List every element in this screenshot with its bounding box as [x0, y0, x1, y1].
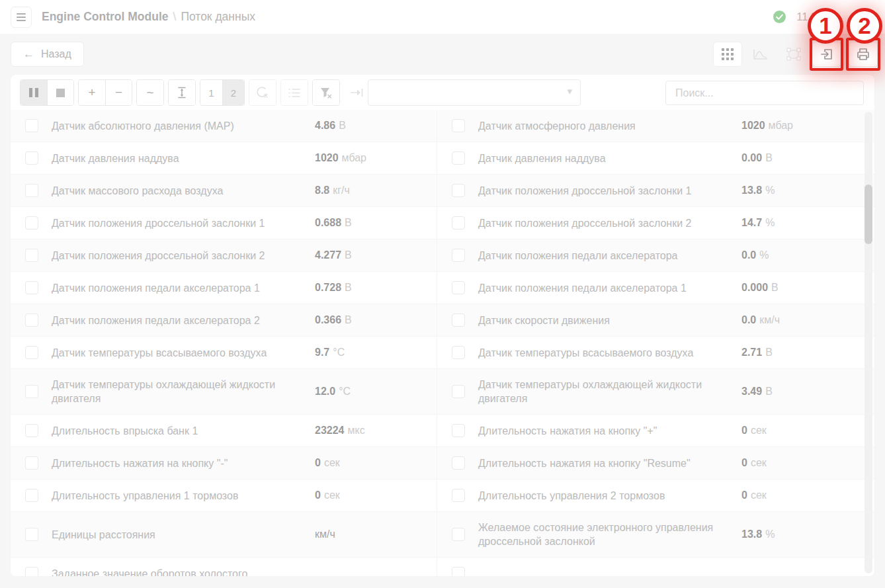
parameter-name: Датчик положения педали акселератора 1: [478, 281, 741, 295]
row-checkbox[interactable]: [452, 216, 465, 230]
parameter-value: 0сек: [741, 489, 857, 501]
row-checkbox[interactable]: [25, 281, 38, 294]
parameter-name: Длительность впрыска банк 1: [52, 424, 315, 438]
select-list-button[interactable]: [281, 80, 308, 105]
parameter-value: км/ч: [315, 528, 431, 540]
jump-to-end-button[interactable]: [344, 79, 370, 106]
reset-group: [249, 79, 276, 106]
row-checkbox[interactable]: [25, 346, 38, 359]
parameter-value: 4.86В: [315, 120, 431, 132]
parameter-name: Датчик положения педали акселератора: [478, 249, 741, 263]
scale-group: [168, 79, 196, 106]
parameter-value: 0.000В: [741, 282, 857, 294]
parameter-cell: Датчик положения дроссельной заслонки 10…: [11, 207, 437, 239]
filter-icon: [320, 87, 332, 99]
row-checkbox[interactable]: [452, 119, 465, 132]
row-checkbox[interactable]: [452, 281, 465, 294]
filter-clear-button[interactable]: [313, 80, 339, 105]
row-checkbox[interactable]: [452, 249, 465, 262]
table-row: Датчик температуры всасываемого воздуха9…: [11, 337, 874, 369]
row-checkbox[interactable]: [25, 216, 38, 230]
annotation-badge-1: 1: [808, 8, 843, 44]
row-checkbox[interactable]: [452, 528, 465, 541]
selection-frame-icon: [786, 48, 801, 61]
parameter-unit: В: [345, 282, 352, 293]
zoom-in-button[interactable]: +: [79, 80, 105, 105]
row-checkbox[interactable]: [452, 456, 465, 470]
parameter-unit: В: [345, 249, 352, 261]
parameter-cell: Датчик положения дроссельной заслонки 21…: [437, 207, 864, 239]
table-row: Датчик массового расхода воздуха8.8кг/чД…: [11, 175, 874, 207]
parameter-name: Датчик скорости движения: [478, 314, 741, 327]
parameter-value: 0.366В: [315, 314, 431, 326]
table-row: Датчик положения педали акселератора 20.…: [11, 304, 874, 337]
parameter-unit: В: [345, 217, 352, 228]
parameter-name: Длительность управления 1 тормозов: [52, 489, 315, 503]
row-checkbox[interactable]: [25, 385, 38, 398]
parameter-name: Датчик давления наддува: [52, 151, 315, 165]
search-input[interactable]: [665, 81, 864, 105]
pause-button[interactable]: [21, 80, 47, 105]
parameter-unit: сек: [751, 489, 767, 501]
row-checkbox[interactable]: [452, 314, 465, 327]
stop-icon: [56, 89, 65, 97]
row-checkbox[interactable]: [25, 184, 38, 197]
two-columns-button[interactable]: 2: [222, 80, 244, 105]
parameter-value: 0сек: [315, 489, 431, 501]
hamburger-menu-button[interactable]: [11, 7, 32, 28]
table-row: Датчик абсолютного давления (MAP)4.86ВДа…: [11, 110, 874, 142]
row-checkbox[interactable]: [25, 119, 38, 132]
row-checkbox[interactable]: [25, 456, 38, 470]
parameter-name: Единицы расстояния: [52, 528, 315, 542]
group-select-dropdown[interactable]: ▾: [368, 79, 581, 106]
row-checkbox[interactable]: [452, 346, 465, 359]
row-checkbox[interactable]: [25, 314, 38, 327]
zoom-out-button[interactable]: −: [105, 80, 132, 105]
parameter-cell: Датчик температуры охлаждающей жидкости …: [11, 369, 437, 414]
one-column-button[interactable]: 1: [200, 80, 222, 105]
parameter-unit: В: [765, 347, 773, 358]
parameter-cell: Датчик положения педали акселератора 10.…: [11, 272, 437, 304]
parameter-cell: Длительность управления 2 тормозов0сек: [437, 480, 864, 511]
annotation-badge-2: 2: [847, 8, 882, 44]
module-title: Engine Control Module: [42, 10, 169, 24]
back-button[interactable]: ← Назад: [11, 42, 84, 67]
table-row: Датчик давления наддува1020мбарДатчик да…: [11, 142, 874, 175]
scrollbar-track[interactable]: [864, 112, 872, 573]
parameter-value: 0.0%: [741, 249, 857, 261]
row-checkbox[interactable]: [452, 184, 465, 197]
row-checkbox[interactable]: [25, 424, 38, 437]
row-checkbox[interactable]: [452, 151, 465, 165]
screenshot-select-button[interactable]: [779, 42, 808, 67]
parameter-unit: мкс: [348, 425, 365, 436]
parameter-cell: Датчик положения дроссельной заслонки 11…: [437, 175, 864, 206]
row-checkbox[interactable]: [25, 249, 38, 262]
stop-button[interactable]: [47, 80, 73, 105]
parameter-value: 4.277В: [315, 249, 431, 261]
grid-view-button[interactable]: [713, 42, 742, 67]
scrollbar-thumb[interactable]: [864, 185, 872, 244]
parameter-value: 0сек: [741, 457, 857, 469]
row-checkbox[interactable]: [452, 424, 465, 437]
row-checkbox[interactable]: [452, 489, 465, 502]
parameter-value: 0сек: [741, 425, 857, 437]
row-checkbox[interactable]: [452, 567, 465, 576]
fit-height-button[interactable]: [169, 80, 195, 105]
chart-view-button[interactable]: [746, 42, 775, 67]
parameter-unit: сек: [751, 425, 767, 436]
parameter-unit: В: [771, 282, 779, 293]
row-checkbox[interactable]: [25, 151, 38, 165]
smooth-curve-button[interactable]: ~: [137, 80, 163, 105]
row-checkbox[interactable]: [25, 567, 38, 576]
row-checkbox[interactable]: [25, 489, 38, 502]
row-checkbox[interactable]: [25, 528, 38, 541]
parameter-unit: мбар: [342, 152, 366, 163]
clear-selection-button[interactable]: [249, 80, 276, 105]
breadcrumb-separator: \: [169, 10, 181, 24]
parameter-unit: сек: [324, 489, 340, 501]
parameter-value: 0.688В: [315, 217, 431, 229]
parameter-name: Датчик положения дроссельной заслонки 1: [52, 216, 315, 230]
parameter-cell: Датчик положения педали акселератора 10.…: [437, 272, 864, 304]
row-checkbox[interactable]: [452, 385, 465, 398]
parameter-value: 23224мкс: [315, 425, 431, 437]
